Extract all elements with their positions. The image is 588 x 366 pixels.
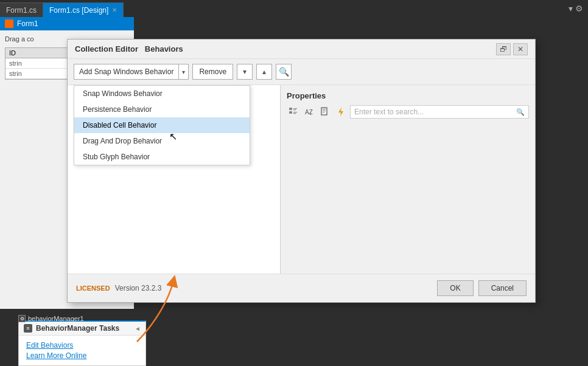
- svg-rect-5: [293, 113, 296, 114]
- collection-editor-dialog: Collection Editor Behaviors 🗗 ✕ Add Snap…: [67, 39, 536, 303]
- props-search-placeholder: Enter text to search...: [354, 108, 424, 116]
- dropdown-item-persistence[interactable]: Persistence Behavior: [74, 102, 250, 117]
- svg-rect-10: [323, 111, 326, 111]
- version-text: Version 23.2.3: [115, 284, 162, 292]
- licensed-badge: LICENSED: [76, 285, 110, 292]
- svg-marker-12: [338, 108, 343, 116]
- tab-dropdown-icon[interactable]: ▾: [569, 4, 573, 13]
- learn-more-link[interactable]: Learn More Online: [26, 351, 138, 360]
- props-categorized-icon[interactable]: [287, 105, 300, 119]
- dialog-right-panel: Properties AZ: [281, 85, 535, 274]
- props-events-icon[interactable]: [334, 105, 348, 119]
- ok-btn[interactable]: OK: [437, 280, 473, 296]
- dialog-title-text: Collection Editor: [75, 44, 138, 54]
- move-up-btn[interactable]: ▴: [256, 64, 272, 80]
- dialog-close-btn[interactable]: ✕: [513, 43, 528, 55]
- sort-alpha-icon: AZ ↕: [304, 107, 314, 117]
- task-panel: ≡ BehaviorManager Tasks ◄ Edit Behaviors…: [18, 320, 146, 366]
- dialog-left-panel: Snap Windows Behavior Persistence Behavi…: [68, 85, 281, 274]
- tab-bar-icons: ▾ ⚙: [569, 0, 588, 17]
- tab-bar: Form1.cs Form1.cs [Design] ✕ ▾ ⚙: [0, 0, 588, 17]
- add-behavior-arrow-icon[interactable]: ▾: [178, 64, 188, 79]
- dropdown-item-stub-glyph[interactable]: Stub Glyph Behavior: [74, 149, 250, 165]
- dropdown-item-drag-drop[interactable]: Drag And Drop Behavior: [74, 133, 250, 149]
- behavior-manager-label: behaviorManager1: [28, 315, 84, 322]
- task-panel-body: Edit Behaviors Learn More Online: [19, 336, 145, 365]
- dropdown-item-disabled-cell[interactable]: Disabled Cell Behavior: [74, 117, 250, 133]
- dialog-restore-btn[interactable]: 🗗: [496, 43, 511, 55]
- dialog-content: Snap Windows Behavior Persistence Behavi…: [68, 85, 535, 274]
- footer-left: LICENSED Version 23.2.3: [76, 284, 161, 292]
- move-down-btn[interactable]: ▾: [237, 64, 253, 80]
- task-panel-icon: ≡: [24, 324, 32, 333]
- lightning-icon: [336, 107, 346, 117]
- tab-form1-cs[interactable]: Form1.cs: [0, 2, 43, 17]
- task-panel-icon-symbol: ≡: [26, 325, 29, 331]
- svg-rect-0: [289, 108, 292, 110]
- tab-close-icon[interactable]: ✕: [112, 7, 117, 13]
- toolbar-search-btn[interactable]: 🔍: [276, 64, 292, 80]
- props-sort-icon[interactable]: AZ ↕: [303, 105, 316, 119]
- task-panel-header: ≡ BehaviorManager Tasks ◄: [19, 322, 145, 336]
- footer-buttons: OK Cancel: [437, 280, 527, 296]
- svg-rect-8: [321, 108, 327, 115]
- edit-behaviors-link[interactable]: Edit Behaviors: [26, 341, 138, 350]
- svg-rect-9: [323, 109, 326, 109]
- tab-settings-icon[interactable]: ⚙: [575, 4, 583, 13]
- dialog-footer: LICENSED Version 23.2.3 OK Cancel: [68, 274, 535, 302]
- remove-btn[interactable]: Remove: [192, 64, 233, 80]
- task-panel-collapse-icon[interactable]: ◄: [135, 325, 141, 332]
- tab-form1-cs-design[interactable]: Form1.cs [Design] ✕: [43, 2, 124, 17]
- categorized-icon: [289, 107, 298, 117]
- svg-rect-3: [289, 111, 292, 114]
- dialog-titlebar: Collection Editor Behaviors 🗗 ✕: [68, 40, 535, 59]
- dropdown-item-snap-windows[interactable]: Snap Windows Behavior: [74, 86, 250, 102]
- task-panel-title: BehaviorManager Tasks: [36, 324, 119, 333]
- cancel-btn[interactable]: Cancel: [478, 280, 527, 296]
- svg-rect-4: [293, 112, 297, 112]
- add-behavior-btn[interactable]: Add Snap Windows Behavior ▾: [74, 64, 189, 80]
- tab-label-active: Form1.cs [Design]: [49, 6, 108, 15]
- behavior-manager-icon: ⚙: [18, 315, 26, 322]
- props-pages-icon[interactable]: [318, 105, 332, 119]
- dialog-toolbar: Add Snap Windows Behavior ▾ Remove ▾ ▴ 🔍: [68, 59, 535, 85]
- props-search-icon: 🔍: [516, 108, 525, 116]
- modal-overlay: Collection Editor Behaviors 🗗 ✕ Add Snap…: [0, 17, 588, 366]
- add-behavior-label: Add Snap Windows Behavior: [74, 67, 178, 76]
- tab-label: Form1.cs: [6, 6, 37, 15]
- svg-text:↕: ↕: [309, 111, 312, 116]
- svg-rect-2: [293, 109, 296, 110]
- properties-title: Properties: [287, 91, 529, 100]
- svg-rect-1: [293, 108, 297, 109]
- behavior-manager-container: ⚙ behaviorManager1: [18, 315, 84, 322]
- props-toolbar: AZ ↕: [287, 105, 529, 119]
- dialog-title: Collection Editor Behaviors: [75, 44, 183, 54]
- pages-icon: [320, 107, 330, 117]
- dropdown-menu[interactable]: Snap Windows Behavior Persistence Behavi…: [74, 85, 250, 165]
- dialog-title-bold: Behaviors: [145, 44, 183, 54]
- props-search-field[interactable]: Enter text to search... 🔍: [350, 105, 529, 119]
- svg-rect-11: [323, 112, 324, 112]
- dialog-title-btns: 🗗 ✕: [496, 43, 528, 55]
